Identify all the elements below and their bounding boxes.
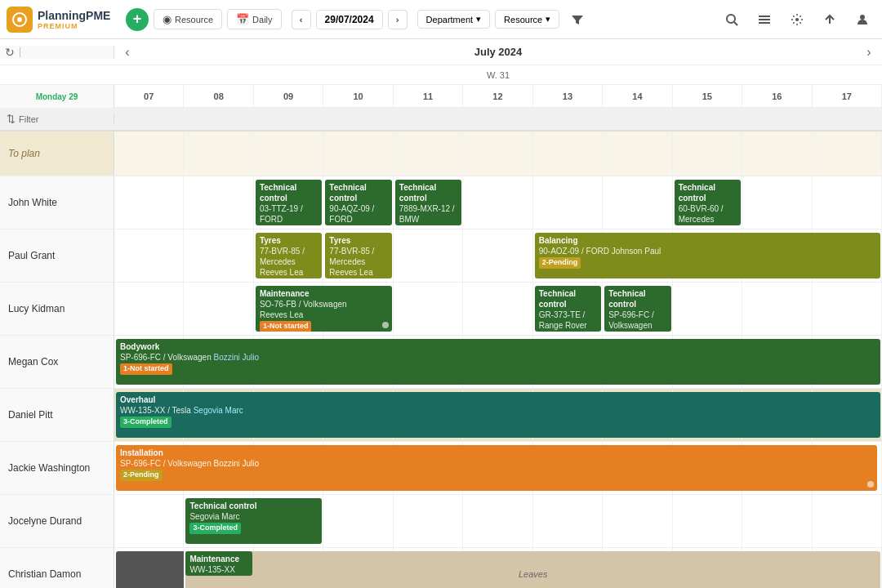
day-17: 17 — [813, 85, 882, 108]
topbar: PlanningPME PREMIUM + ◉ Resource 📅 Daily… — [0, 0, 882, 39]
timeline-jackie-washington: Installation SP-696-FC / Volkswagen Bozz… — [114, 442, 882, 494]
day-15: 15 — [673, 85, 742, 108]
day-16: 16 — [742, 85, 812, 108]
col-1 — [184, 131, 253, 176]
add-button[interactable]: + — [126, 8, 149, 31]
row-jackie-washington: Jackie Washington Installation SP-696-FC… — [0, 442, 882, 495]
svg-point-2 — [727, 15, 735, 23]
next-date-button[interactable]: › — [388, 10, 408, 29]
event-daniel-pitt-1[interactable]: Overhaul WW-135-XX / Tesla Segovia Marc … — [116, 392, 880, 438]
resource-to-plan: To plan — [0, 131, 114, 176]
department-dropdown[interactable]: Department ▾ — [417, 10, 490, 29]
logo-text: PlanningPME PREMIUM — [38, 9, 110, 30]
day-09: 09 — [254, 85, 323, 108]
event-paul-grant-3[interactable]: Balancing 90-AOZ-09 / FORD Johnson Paul … — [535, 233, 880, 278]
resize-handle[interactable] — [867, 481, 874, 488]
filter-cell: ⇅ Filter — [0, 113, 114, 125]
filter-button[interactable] — [564, 7, 590, 33]
event-john-white-2[interactable]: Technical control 90-AQZ-09 / FORD — [325, 180, 391, 225]
col-2 — [254, 131, 323, 176]
resource-christian-damon: Christian Damon — [0, 548, 114, 588]
resource-button[interactable]: ◉ Resource — [154, 9, 222, 29]
timeline-john-white: Technical control 03-TTZ-19 / FORD Jorge… — [114, 176, 882, 229]
event-megan-cox-1[interactable]: Bodywork SP-696-FC / Volkswagen Bozzini … — [116, 339, 880, 385]
logo-sub: PREMIUM — [38, 22, 110, 30]
event-jackie-washington-1[interactable]: Installation SP-696-FC / Volkswagen Bozz… — [116, 445, 877, 491]
event-lucy-kidman-2[interactable]: Technical control GR-373-TE / Range Rove… — [535, 286, 601, 332]
col-8 — [673, 131, 742, 176]
prev-date-button[interactable]: ‹ — [292, 10, 311, 29]
resource-john-white: John White — [0, 176, 114, 229]
day-14: 14 — [603, 85, 672, 108]
filter-row: ⇅ Filter — [0, 108, 882, 131]
col-5 — [463, 131, 532, 176]
row-christian-damon: Christian Damon Leaves Maintenance — [0, 548, 882, 588]
event-john-white-1[interactable]: Technical control 03-TTZ-19 / FORD Jorge… — [256, 180, 322, 225]
department-label: Department — [426, 15, 473, 24]
svg-point-1 — [17, 17, 22, 22]
to-plan-label: To plan — [8, 148, 40, 159]
event-christian-damon-leaves[interactable]: Leaves — [185, 551, 880, 588]
event-jocelyne-durand-1[interactable]: Technical control Segovia Marc 3-Complet… — [185, 498, 322, 544]
day-10: 10 — [323, 85, 393, 108]
timeline-jocelyne-durand: Technical control Segovia Marc 3-Complet… — [114, 495, 882, 547]
logo-area: PlanningPME PREMIUM — [7, 7, 121, 33]
event-christian-damon-maintenance[interactable]: Maintenance WW-135-XX — [185, 551, 252, 576]
prev-month-button[interactable]: ‹ — [114, 45, 140, 60]
event-lucy-kidman-3[interactable]: Technical control SP-696-FC / Volkswagen — [604, 286, 670, 332]
christian-damon-label: Christian Damon — [8, 568, 81, 580]
row-jocelyne-durand: Jocelyne Durand Technical control Segovi… — [0, 495, 882, 548]
row-to-plan: To plan — [0, 131, 882, 176]
collapse-button[interactable]: │ — [18, 47, 23, 56]
paul-grant-label: Paul Grant — [8, 250, 55, 261]
row-daniel-pitt: Daniel Pitt Overhaul — [0, 389, 882, 442]
next-month-button[interactable]: › — [856, 45, 882, 60]
timeline-daniel-pitt: Overhaul WW-135-XX / Tesla Segovia Marc … — [114, 389, 882, 441]
daily-button[interactable]: 📅 Daily — [227, 9, 281, 29]
filter-button-text[interactable]: Filter — [19, 114, 38, 124]
svg-rect-6 — [759, 22, 770, 24]
daily-label: Daily — [252, 15, 272, 24]
daniel-pitt-label: Daniel Pitt — [8, 409, 53, 421]
sort-icon[interactable]: ⇅ — [7, 113, 16, 125]
logo-name: PlanningPME — [38, 9, 110, 22]
resource-lucy-kidman: Lucy Kidman — [0, 283, 114, 335]
timeline-christian-damon: Leaves Maintenance WW-135-XX — [114, 548, 882, 588]
resource-jackie-washington: Jackie Washington — [0, 442, 114, 494]
event-christian-damon-dark[interactable] — [116, 551, 184, 588]
svg-rect-4 — [759, 16, 770, 17]
layers-button[interactable] — [751, 7, 777, 33]
settings-button[interactable] — [784, 7, 810, 33]
event-john-white-3[interactable]: Technical control 7889-MXR-12 / BMW Noel — [395, 180, 461, 225]
day-columns: 07 08 09 10 11 12 13 14 15 16 17 — [114, 85, 882, 108]
row-john-white: John White Technical control 03-TTZ-19 /… — [0, 176, 882, 229]
grid-body: To plan J — [0, 131, 882, 588]
week-row: W. 31 — [0, 65, 882, 85]
day-11: 11 — [394, 85, 463, 108]
col-10 — [813, 131, 882, 176]
resource-dropdown[interactable]: Resource ▾ — [495, 10, 559, 29]
col-6 — [533, 131, 603, 176]
day-13: 13 — [533, 85, 603, 108]
search-button[interactable] — [719, 7, 745, 33]
col-9 — [742, 131, 812, 176]
profile-button[interactable] — [849, 7, 875, 33]
month-title: July 2024 — [140, 46, 856, 58]
event-john-white-4[interactable]: Technical control 60-BVR-60 / Mercedes — [675, 180, 741, 225]
resource-paul-grant: Paul Grant — [0, 229, 114, 282]
event-paul-grant-2[interactable]: Tyres 77-BVR-85 / Mercedes Reeves Lea — [325, 233, 391, 278]
event-paul-grant-1[interactable]: Tyres 77-BVR-85 / Mercedes Reeves Lea — [256, 233, 322, 278]
resource-daniel-pitt: Daniel Pitt — [0, 389, 114, 441]
resource-filter-label: Resource — [504, 15, 542, 24]
main-area: ↻ │ ‹ July 2024 › W. 31 Monday 29 07 08 … — [0, 39, 882, 588]
calendar-header: ↻ │ ‹ July 2024 › W. 31 Monday 29 07 08 … — [0, 39, 882, 131]
resource-megan-cox: Megan Cox — [0, 336, 114, 388]
share-button[interactable] — [817, 7, 843, 33]
megan-cox-label: Megan Cox — [8, 356, 58, 368]
event-lucy-kidman-1[interactable]: Maintenance SO-76-FB / Volkswagen Reeves… — [256, 286, 392, 332]
resize-handle[interactable] — [382, 322, 389, 328]
row-megan-cox: Megan Cox Bodywork SP-696-FC / Volkswage… — [0, 336, 882, 389]
refresh-button[interactable]: ↻ — [5, 46, 15, 59]
timeline-megan-cox: Bodywork SP-696-FC / Volkswagen Bozzini … — [114, 336, 882, 388]
svg-point-8 — [860, 15, 865, 20]
